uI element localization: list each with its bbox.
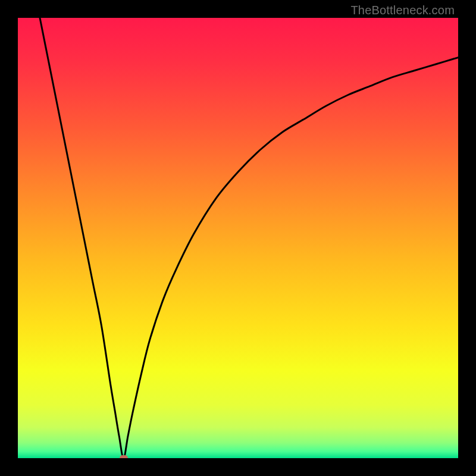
chart-frame: TheBottleneck.com [0,0,476,476]
plot-area [18,18,458,458]
minimum-marker [120,455,128,458]
bottleneck-curve [18,18,458,458]
watermark-text: TheBottleneck.com [350,4,455,17]
